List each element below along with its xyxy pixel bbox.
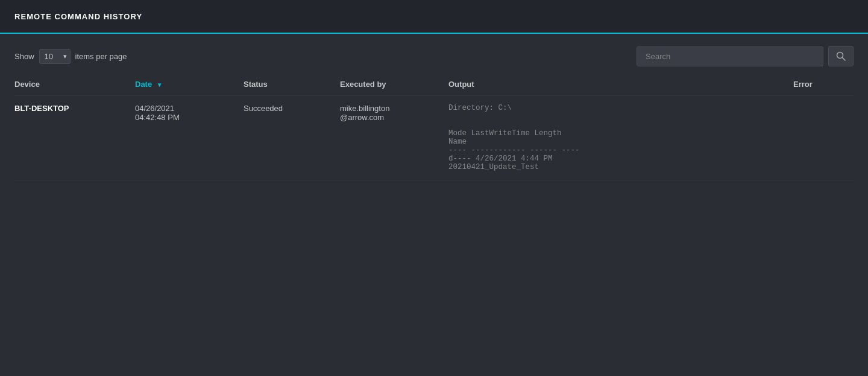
search-button[interactable] [828,46,854,66]
items-per-page-label: items per page [75,52,127,61]
page-container: REMOTE COMMAND HISTORY Show 10 25 50 100… [0,0,868,376]
command-history-table: Device Date ▼ Status Executed by Output … [14,74,854,180]
cell-output: Directory: C:\ Mode LastWriteTime Length… [448,95,793,180]
table-container: Device Date ▼ Status Executed by Output … [0,74,868,180]
cell-status: Succeeded [244,95,340,180]
search-icon [836,51,846,61]
cell-date: 04/26/2021 04:42:48 PM [135,95,244,180]
col-header-status: Status [244,74,340,95]
col-header-output: Output [448,74,793,95]
sort-arrow-icon: ▼ [157,81,163,88]
search-input[interactable] [637,46,823,66]
show-section: Show 10 25 50 100 items per page [14,49,127,64]
cell-error [793,95,854,180]
header-bar: REMOTE COMMAND HISTORY [0,0,868,34]
page-title: REMOTE COMMAND HISTORY [14,12,142,21]
cell-executed-by: mike.billington @arrow.com [340,95,448,180]
per-page-select[interactable]: 10 25 50 100 [39,49,71,64]
svg-line-1 [843,58,846,61]
toolbar: Show 10 25 50 100 items per page [0,34,868,74]
table-row: BLT-DESKTOP 04/26/2021 04:42:48 PM Succe… [14,95,854,180]
col-header-device: Device [14,74,135,95]
table-header-row: Device Date ▼ Status Executed by Output … [14,74,854,95]
search-section [637,46,854,66]
cell-device: BLT-DESKTOP [14,95,135,180]
col-header-date[interactable]: Date ▼ [135,74,244,95]
col-header-error: Error [793,74,854,95]
col-header-executed-by: Executed by [340,74,448,95]
show-label: Show [14,52,34,61]
per-page-wrapper: 10 25 50 100 [39,49,71,64]
